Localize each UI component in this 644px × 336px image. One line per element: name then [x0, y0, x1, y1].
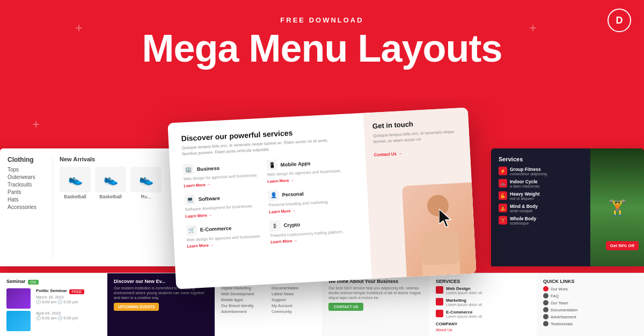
arrival-img-2: 👟	[95, 167, 126, 192]
seminar-time-detail: 🕗 8:00 am 🕔 5:00 pm	[36, 300, 84, 304]
personal-name: Personal	[282, 191, 304, 198]
service-business: 🏢 Business Web design for agencies and b…	[182, 160, 261, 188]
menu-item-accessories: Accessories	[8, 204, 47, 210]
quick-links-title: QUICK LINKS	[543, 279, 638, 284]
panel-business: We think About Your Business Our best SE…	[322, 273, 429, 336]
person-shape	[402, 182, 477, 277]
service-software: 💻 Software Software development for busi…	[184, 191, 262, 219]
svc-list-desc-1: Lorem ipsum dolor sit	[446, 291, 482, 295]
right-menu-preview: Services ⚡ Group Fitness consectetur adi…	[491, 148, 644, 266]
service-crypto: ₿ Crypto Powerful cryptocurrency trading…	[269, 216, 348, 244]
category-label: Clothing	[8, 156, 47, 163]
person-body	[421, 232, 460, 277]
seminar-on-badge: ON	[28, 280, 39, 285]
svc-list-icon-3	[436, 310, 443, 317]
resource-9: My Account	[272, 303, 316, 308]
ecommerce-name: E-Commerce	[200, 225, 231, 233]
upcoming-events-button[interactable]: UPCOMING EVENTS	[114, 303, 159, 311]
company-title: COMPANY	[436, 322, 530, 326]
svc-list-name-2: Marketing	[446, 298, 482, 303]
person-shirt	[421, 232, 460, 266]
arrival-item-3: 👟 Ru...	[130, 167, 162, 199]
get-in-touch-title: Get in touch	[372, 117, 460, 130]
menu-item-tops: Tops	[8, 167, 47, 173]
menu-item-outerwears: Outerwears	[8, 174, 47, 180]
service-mobile: 📱 Mobile Apps Web design for agencies an…	[266, 156, 345, 184]
subtitle: FREE DOWNLOAD	[0, 16, 644, 24]
svc-list-name-3: E-Commerce	[446, 310, 482, 315]
svc-icon-1: ⚡	[499, 167, 507, 175]
svc-list-desc-2: Lorem ipsum dolor sit	[446, 303, 482, 307]
arrival-item-1: 👟 Basketball	[60, 167, 91, 199]
arrival-label-3: Ru...	[130, 194, 162, 199]
ql-6: Testimonials	[543, 321, 638, 326]
resource-5: Advertisement	[221, 309, 265, 314]
cursor-arrow	[439, 209, 455, 229]
card-left-section: Discover our powerful services Quisque t…	[181, 126, 348, 249]
contact-us-button[interactable]: CONTACT US	[328, 303, 363, 311]
brand-logo: D	[608, 9, 631, 32]
svc-list-icon-2	[436, 298, 443, 305]
svc-list-2: Marketing Lorem ipsum dolor sit	[436, 298, 530, 307]
svc-list-3: E-Commerce Lorem ipsum dolor sit	[436, 310, 530, 318]
arrival-img-3: 👟	[130, 167, 162, 192]
ql-4: Documentation	[543, 307, 638, 312]
seminar-title: Seminar	[6, 279, 26, 284]
ql-5: Advertisement	[543, 314, 638, 319]
card-right-section: Get in touch Quisque tempus felis orci, …	[363, 108, 477, 279]
gym-badge: Get 50% Off	[606, 241, 639, 250]
content-area: Clothing Tops Outerwears Tracksuits Pant…	[0, 99, 644, 336]
seminar-time-1: March 18, 2022	[36, 295, 84, 300]
software-icon: 💻	[184, 194, 195, 205]
menu-item-hats: Hats	[8, 197, 47, 203]
business-desc: Our best SEO service help you adipiscing…	[328, 286, 423, 300]
resource-8: Support	[272, 297, 316, 302]
resource-2: Web Development	[221, 292, 265, 296]
ql-1: Our Work	[543, 286, 638, 292]
panel-seminar: Seminar ON Politic Seminar FREE March 18…	[0, 273, 107, 336]
bottom-row: Seminar ON Politic Seminar FREE March 18…	[0, 273, 644, 336]
arrival-label-2: Basketball	[95, 194, 126, 199]
resource-3: Mobile Apps	[221, 297, 265, 302]
menu-item-tracksuits: Tracksuits	[8, 182, 47, 188]
software-name: Software	[198, 195, 220, 202]
svc-icon-2: 🚲	[499, 179, 507, 188]
resource-6: Documentation	[272, 286, 316, 290]
svc-icon-5: 🏋	[499, 216, 507, 225]
svc-list-name-1: Web Design	[446, 286, 482, 291]
ecommerce-icon: 🛒	[186, 225, 197, 236]
menu-item-pants: Pants	[8, 189, 47, 195]
seminar-free-badge: FREE	[69, 289, 85, 294]
resource-7: Latest News	[272, 292, 316, 296]
svc-list-icon-1	[436, 286, 443, 294]
arrival-img-1: 👟	[60, 167, 91, 192]
service-ecommerce: 🛒 E-Commerce Web design for agencies and…	[186, 221, 264, 249]
crypto-icon: ₿	[269, 220, 281, 232]
about-link: About Us	[436, 327, 530, 332]
seminar-time-detail-2: 🕗 8:00 am 🕔 5:00 pm	[36, 316, 78, 320]
business-name: Business	[197, 165, 220, 171]
floating-mega-menu-card: Discover our powerful services Quisque t…	[167, 108, 476, 289]
svg-marker-0	[439, 209, 451, 227]
seminar-img-1	[6, 288, 31, 309]
ql-2: FAQ	[543, 293, 638, 298]
arrival-item-2: 👟 Basketball	[95, 167, 126, 199]
service-personal: 👤 Personal Personal branding and marketi…	[268, 186, 346, 214]
person-illustration	[402, 182, 477, 277]
svc-icon-3: 💪	[499, 191, 507, 200]
seminar-date-2: April 04, 2022	[36, 311, 78, 316]
svc-list-1: Web Design Lorem ipsum dolor sit	[436, 286, 530, 295]
panel-services-list: SERVICES Web Design Lorem ipsum dolor si…	[429, 273, 537, 336]
services-list-title: SERVICES	[436, 279, 530, 284]
politic-seminar-title: Politic Seminar	[36, 288, 67, 293]
business-icon: 🏢	[182, 163, 194, 175]
svc-list-desc-3: Lorem ipsum dolor sit	[446, 315, 482, 318]
panel-quick-links: QUICK LINKS Our Work FAQ Our Team Docume…	[537, 273, 644, 336]
mobile-icon: 📱	[266, 159, 277, 170]
arrival-label-1: Basketball	[60, 194, 91, 199]
crypto-name: Crypto	[283, 221, 300, 228]
resource-10: Community	[272, 309, 316, 314]
services-grid: 🏢 Business Web design for agencies and b…	[182, 156, 348, 249]
contact-us-link[interactable]: Contact Us →	[374, 151, 402, 158]
seminar-img-2	[6, 311, 31, 331]
